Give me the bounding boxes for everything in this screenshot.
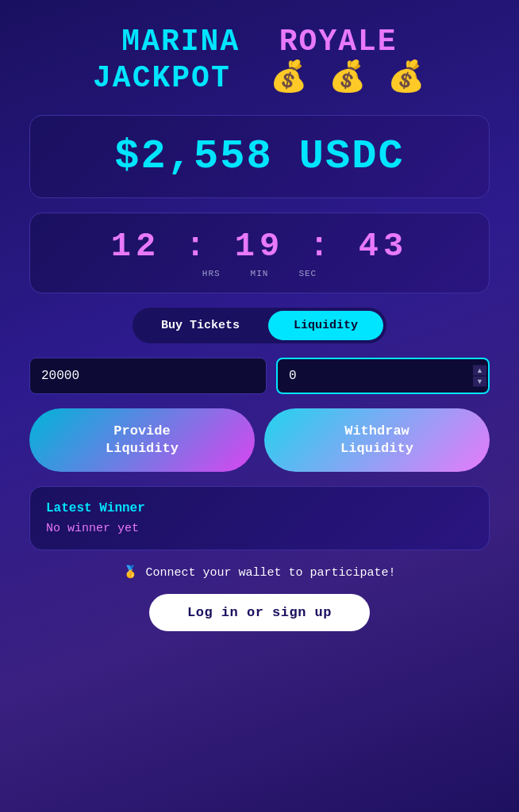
amount-input[interactable] xyxy=(29,358,267,394)
provide-liquidity-button[interactable]: Provide Liquidity xyxy=(29,408,255,472)
timer-seconds-label: SEC xyxy=(298,269,317,278)
provide-liquidity-line2: Liquidity xyxy=(106,441,179,456)
spinner-down-button[interactable]: ▼ xyxy=(473,377,486,387)
tab-buy-tickets[interactable]: Buy Tickets xyxy=(136,311,265,340)
winner-title: Latest Winner xyxy=(46,501,473,515)
provide-liquidity-line1: Provide xyxy=(113,423,170,439)
withdraw-liquidity-line2: Liquidity xyxy=(340,441,413,456)
title-block: MARINA ROYALE JACKPOT 💰 💰 💰 xyxy=(93,24,426,96)
title-line1: MARINA ROYALE xyxy=(93,24,426,60)
connect-wallet-message: 🥇 Connect your wallet to participate! xyxy=(123,565,395,580)
timer-labels: HRS MIN SEC xyxy=(46,269,473,278)
input-row: ▲ ▼ xyxy=(29,358,490,394)
timer-minutes-label: MIN xyxy=(251,269,269,278)
login-button[interactable]: Log in or sign up xyxy=(149,594,370,631)
main-card: MARINA ROYALE JACKPOT 💰 💰 💰 $2,558 USDC … xyxy=(29,24,490,631)
jackpot-amount: $2,558 USDC xyxy=(46,133,473,180)
withdraw-liquidity-button[interactable]: Withdraw Liquidity xyxy=(264,408,490,472)
timer-display: 12 : 19 : 43 xyxy=(46,228,473,266)
title-royale: ROYALE xyxy=(279,25,398,59)
tab-liquidity[interactable]: Liquidity xyxy=(268,311,383,340)
action-buttons: Provide Liquidity Withdraw Liquidity xyxy=(29,408,490,472)
money-bag-icon3: 💰 xyxy=(387,61,426,95)
spinner-up-button[interactable]: ▲ xyxy=(473,366,486,376)
spinner-wrap: ▲ ▼ xyxy=(276,358,490,394)
winner-box: Latest Winner No winner yet xyxy=(29,486,490,550)
money-bag-icon1: 💰 xyxy=(270,61,309,95)
tab-bar: Buy Tickets Liquidity xyxy=(133,308,386,343)
winner-text: No winner yet xyxy=(46,522,473,535)
spinner-buttons: ▲ ▼ xyxy=(473,366,486,387)
title-marina: MARINA xyxy=(121,25,240,59)
money-bag-icon2: 💰 xyxy=(329,61,367,95)
spinner-input[interactable] xyxy=(276,358,490,394)
withdraw-liquidity-line1: Withdraw xyxy=(344,423,409,439)
timer-box: 12 : 19 : 43 HRS MIN SEC xyxy=(29,213,490,293)
jackpot-box: $2,558 USDC xyxy=(29,115,490,198)
title-line2: JACKPOT 💰 💰 💰 xyxy=(93,60,426,97)
timer-hours-label: HRS xyxy=(202,269,221,278)
